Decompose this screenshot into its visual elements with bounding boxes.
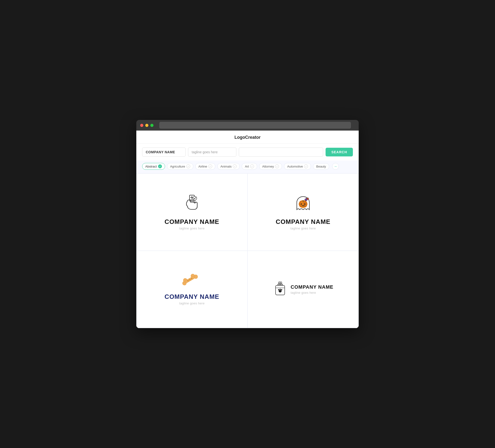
logo-card-4[interactable]: COMPANY NAME tagline goes here: [248, 251, 359, 328]
logo1-tagline: tagline goes here: [179, 226, 205, 230]
filter-automotive[interactable]: Automotive ✓: [284, 163, 311, 170]
logo3-tagline: tagline goes here: [179, 301, 205, 305]
logo4-company-name: COMPANY NAME: [291, 284, 333, 290]
logo-card-2[interactable]: COMPANY NAME tagline goes here: [248, 173, 359, 251]
logo4-text-info: COMPANY NAME tagline goes here: [291, 284, 333, 294]
filter-art-label: Art: [245, 165, 249, 168]
browser-content: LogoCreator SEARCH Abstract ✓ Agricultur…: [136, 131, 359, 328]
filter-animals[interactable]: Animals ✓: [217, 163, 240, 170]
logo4-tagline: tagline goes here: [291, 291, 333, 294]
filter-attorney[interactable]: Attorney ✓: [259, 163, 282, 170]
pumpkin-icon: [293, 194, 313, 214]
extra-search-input[interactable]: [239, 147, 323, 157]
logo4-inline-wrap: COMPANY NAME tagline goes here: [273, 282, 333, 297]
filter-art-check: ✓: [250, 164, 254, 168]
search-bar: SEARCH: [136, 144, 359, 161]
svg-rect-14: [306, 197, 307, 199]
logo-card-1[interactable]: COMPANY NAME tagline goes here: [136, 173, 248, 251]
filter-bar: Abstract ✓ Agriculture ✓ Airline ✓ Anima…: [136, 161, 359, 173]
logo1-company-name: COMPANY NAME: [165, 218, 219, 225]
maximize-button[interactable]: [150, 124, 153, 127]
filter-automotive-label: Automotive: [287, 165, 303, 168]
medical-hand-icon: [182, 194, 202, 214]
filter-agriculture-check: ✓: [186, 164, 190, 168]
filter-agriculture[interactable]: Agriculture ✓: [167, 163, 193, 170]
filter-abstract-label: Abstract: [145, 165, 157, 168]
minimize-button[interactable]: [145, 124, 148, 127]
svg-point-31: [279, 289, 281, 290]
filter-airline-label: Airline: [198, 165, 207, 168]
filter-animals-label: Animals: [220, 165, 232, 168]
svg-point-25: [280, 282, 282, 284]
filter-airline[interactable]: Airline ✓: [195, 163, 215, 170]
filter-agriculture-label: Agriculture: [170, 165, 185, 168]
filter-attorney-check: ✓: [275, 164, 279, 168]
filter-beauty[interactable]: Beauty: [313, 163, 329, 170]
filter-abstract[interactable]: Abstract ✓: [142, 163, 165, 170]
svg-point-32: [281, 289, 282, 290]
logo2-company-name: COMPANY NAME: [276, 218, 330, 225]
logo2-tagline: tagline goes here: [290, 226, 316, 230]
svg-point-30: [278, 289, 279, 290]
browser-titlebar: [136, 120, 359, 131]
address-bar: [159, 122, 351, 129]
browser-window: LogoCreator SEARCH Abstract ✓ Agricultur…: [136, 120, 359, 328]
filter-attorney-label: Attorney: [262, 165, 274, 168]
app-title: LogoCreator: [234, 135, 261, 140]
company-name-input[interactable]: [142, 147, 186, 157]
app-header: LogoCreator: [136, 131, 359, 144]
search-button[interactable]: SEARCH: [326, 148, 353, 156]
filter-next-button[interactable]: →: [332, 163, 339, 170]
filter-art[interactable]: Art ✓: [242, 163, 257, 170]
logo3-company-name: COMPANY NAME: [165, 293, 219, 301]
filter-abstract-check: ✓: [158, 164, 162, 168]
svg-point-24: [278, 282, 280, 284]
bone-icon: [181, 274, 203, 289]
close-button[interactable]: [140, 124, 143, 127]
filter-animals-check: ✓: [233, 164, 237, 168]
pet-bag-icon: [273, 282, 287, 297]
tagline-input[interactable]: [188, 147, 236, 157]
logo-card-3[interactable]: COMPANY NAME tagline goes here: [136, 251, 248, 328]
filter-automotive-check: ✓: [304, 164, 308, 168]
filter-beauty-label: Beauty: [316, 165, 326, 168]
svg-point-3: [193, 196, 197, 200]
filter-airline-check: ✓: [208, 164, 212, 168]
svg-rect-9: [302, 200, 303, 202]
svg-point-29: [279, 290, 282, 292]
logo-grid: COMPANY NAME tagline goes here: [136, 173, 359, 328]
